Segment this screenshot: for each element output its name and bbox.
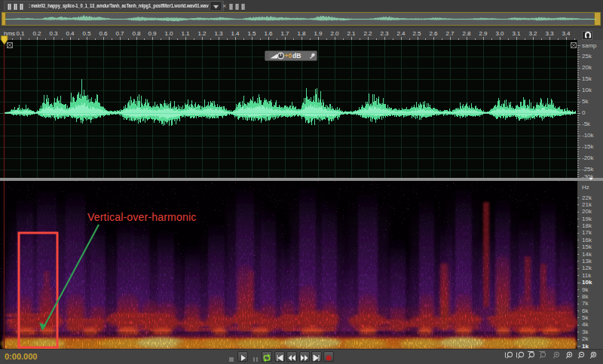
svg-text:dB: dB xyxy=(292,52,301,60)
svg-text:+0: +0 xyxy=(285,52,292,60)
